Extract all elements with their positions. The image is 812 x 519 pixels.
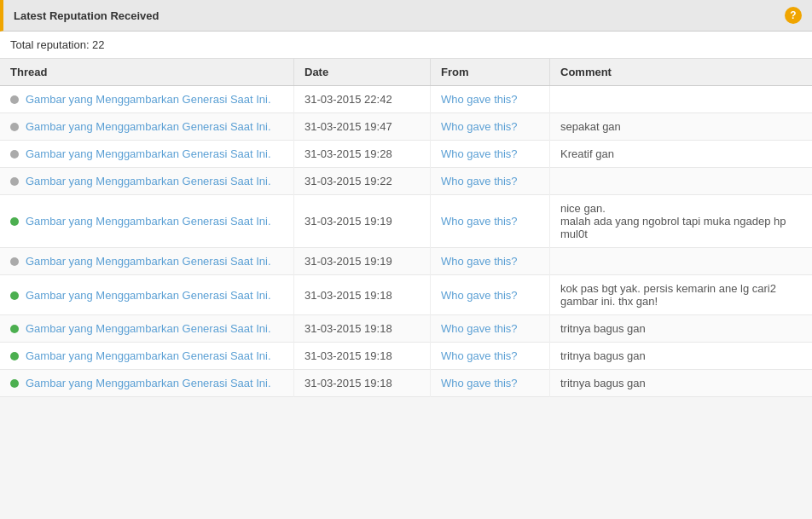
comment-text: sepakat gan [560,120,621,133]
date-value: 31-03-2015 19:18 [304,377,392,389]
table-header-row: Thread Date From Comment [0,59,812,86]
dot-green-icon [10,217,19,226]
reputation-table-wrapper: Thread Date From Comment Gambar yang Men… [0,59,812,397]
comment-text: tritnya bagus gan [560,377,646,389]
dot-green-icon [10,379,19,388]
dot-green-icon [10,352,19,360]
total-reputation: Total reputation: 22 [0,32,812,59]
table-row: Gambar yang Menggambarkan Generasi Saat … [0,275,812,315]
table-row: Gambar yang Menggambarkan Generasi Saat … [0,86,812,113]
col-header-from: From [431,59,550,86]
date-value: 31-03-2015 19:19 [304,215,392,228]
col-header-thread: Thread [0,59,294,86]
thread-link[interactable]: Gambar yang Menggambarkan Generasi Saat … [26,120,271,133]
dot-green-icon [10,291,19,300]
dot-gray-icon [10,177,19,186]
thread-link[interactable]: Gambar yang Menggambarkan Generasi Saat … [26,289,271,302]
dot-gray-icon [10,123,19,131]
col-header-comment: Comment [550,59,813,86]
from-link[interactable]: Who gave this? [441,147,518,160]
table-row: Gambar yang Menggambarkan Generasi Saat … [0,343,812,370]
date-value: 31-03-2015 19:22 [304,175,392,187]
section-title: Latest Reputation Received [14,9,160,22]
comment-text: nice gan.malah ada yang ngobrol tapi muk… [560,202,786,240]
thread-link[interactable]: Gambar yang Menggambarkan Generasi Saat … [26,322,271,335]
thread-link[interactable]: Gambar yang Menggambarkan Generasi Saat … [26,93,271,106]
date-value: 31-03-2015 19:18 [304,349,392,362]
thread-link[interactable]: Gambar yang Menggambarkan Generasi Saat … [26,255,271,268]
date-value: 31-03-2015 22:42 [304,93,392,106]
table-row: Gambar yang Menggambarkan Generasi Saat … [0,113,812,141]
table-row: Gambar yang Menggambarkan Generasi Saat … [0,370,812,397]
comment-text: Kreatif gan [560,147,614,160]
main-container: Latest Reputation Received ? Total reput… [0,0,812,397]
comment-text: tritnya bagus gan [560,322,646,335]
table-row: Gambar yang Menggambarkan Generasi Saat … [0,141,812,168]
from-link[interactable]: Who gave this? [441,120,518,133]
col-header-date: Date [294,59,431,86]
section-header: Latest Reputation Received ? [0,0,812,32]
total-reputation-text: Total reputation: 22 [10,38,105,51]
dot-gray-icon [10,257,19,266]
thread-link[interactable]: Gambar yang Menggambarkan Generasi Saat … [26,147,271,160]
comment-text: kok pas bgt yak. persis kemarin ane lg c… [560,282,776,308]
date-value: 31-03-2015 19:19 [304,255,392,268]
dot-green-icon [10,325,19,333]
dot-gray-icon [10,95,19,104]
from-link[interactable]: Who gave this? [441,215,518,228]
date-value: 31-03-2015 19:18 [304,289,392,302]
reputation-table: Thread Date From Comment Gambar yang Men… [0,59,812,397]
thread-link[interactable]: Gambar yang Menggambarkan Generasi Saat … [26,175,271,187]
thread-link[interactable]: Gambar yang Menggambarkan Generasi Saat … [26,215,271,228]
from-link[interactable]: Who gave this? [441,175,518,187]
comment-text: tritnya bagus gan [560,349,646,362]
from-link[interactable]: Who gave this? [441,93,518,106]
from-link[interactable]: Who gave this? [441,377,518,389]
from-link[interactable]: Who gave this? [441,349,518,362]
help-icon[interactable]: ? [785,7,802,24]
date-value: 31-03-2015 19:18 [304,322,392,335]
thread-link[interactable]: Gambar yang Menggambarkan Generasi Saat … [26,377,271,389]
table-row: Gambar yang Menggambarkan Generasi Saat … [0,195,812,248]
table-row: Gambar yang Menggambarkan Generasi Saat … [0,168,812,195]
table-row: Gambar yang Menggambarkan Generasi Saat … [0,248,812,275]
from-link[interactable]: Who gave this? [441,322,518,335]
date-value: 31-03-2015 19:47 [304,120,392,133]
thread-link[interactable]: Gambar yang Menggambarkan Generasi Saat … [26,349,271,362]
table-row: Gambar yang Menggambarkan Generasi Saat … [0,315,812,343]
from-link[interactable]: Who gave this? [441,255,518,268]
dot-gray-icon [10,150,19,159]
date-value: 31-03-2015 19:28 [304,147,392,160]
from-link[interactable]: Who gave this? [441,289,518,302]
